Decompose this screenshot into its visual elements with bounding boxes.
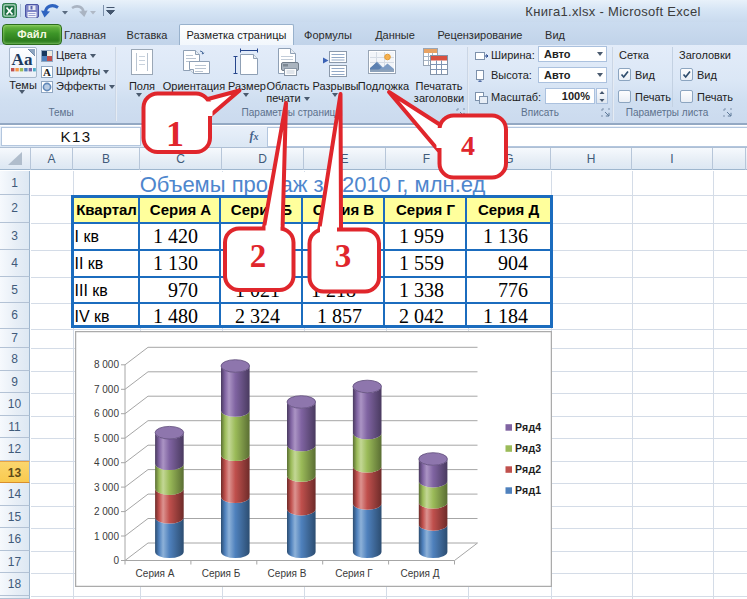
svg-text:3: 3 (335, 238, 352, 274)
svg-text:2: 2 (250, 238, 267, 274)
svg-text:4: 4 (461, 130, 475, 161)
svg-text:1: 1 (166, 114, 184, 154)
